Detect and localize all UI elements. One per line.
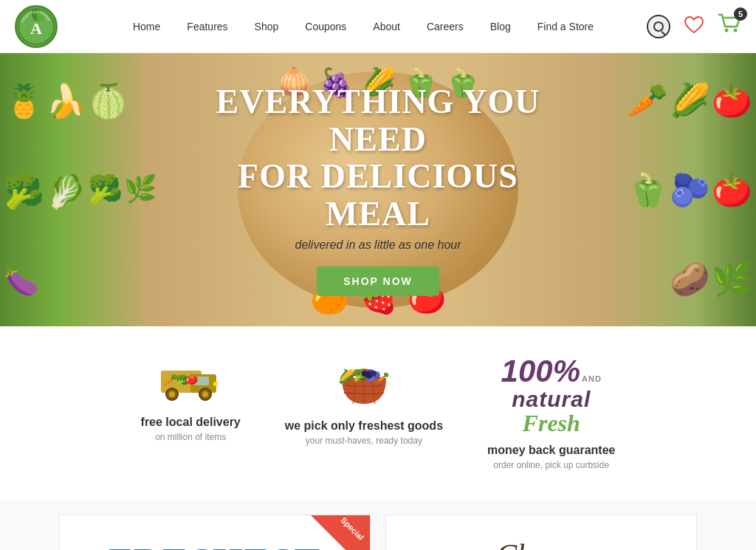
feature-fresh-title: we pick only freshest goods [285,419,443,433]
svg-text:🥕: 🥕 [377,371,390,384]
svg-point-6 [734,29,738,32]
feature-fresh: 🌽 🥦 🫐 🥕 we pick only freshest goods your… [285,356,443,446]
svg-point-12 [202,391,208,397]
wishlist-button[interactable] [684,16,704,38]
nav-home[interactable]: Home [120,17,173,36]
veg-red-cabbage: 🫐 [670,173,710,206]
feature-delivery: 🥕 🥦 🍅 free local delivery on million of … [141,356,241,442]
badge-natural: natural [512,387,591,411]
card-freshest: Special FRESHEST [59,515,371,550]
feature-guarantee: 100% AND natural Fresh money back guaran… [487,356,615,470]
nav-find-store[interactable]: Find a Store [524,17,607,36]
header-actions: 5 [647,13,741,39]
veg-banana: 🍌 [46,85,86,117]
veg-pineapple: 🍍 [4,85,44,117]
nav-features[interactable]: Features [173,17,241,36]
nav-about[interactable]: About [360,17,413,36]
svg-point-5 [725,29,729,32]
feature-guarantee-title: money back guarantee [487,444,615,457]
feature-fresh-subtitle: your must-haves, ready today [306,436,422,446]
veg-pepper2: 🫑 [628,173,668,206]
nav-shop[interactable]: Shop [241,17,292,36]
card-cheese: Cheese best in town [385,515,697,550]
svg-point-10 [169,391,175,397]
feature-guarantee-subtitle: order online, pick up curbside [493,460,609,470]
feature-delivery-title: free local delivery [141,416,241,429]
nav-coupons[interactable]: Coupons [292,17,360,36]
badge-100: 100% [501,356,580,387]
nav-careers[interactable]: Careers [413,17,477,36]
veg-potato: 🥔 [670,263,710,295]
shop-now-button[interactable]: SHOP NOW [317,267,439,296]
veg-cabbage: 🥬 [46,176,86,208]
features-section: 🥕 🥦 🍅 free local delivery on million of … [0,326,756,500]
cheese-title: Cheese [496,538,585,550]
svg-point-23 [371,371,377,377]
special-badge-label: Special [340,515,366,542]
veg-corn2: 🌽 [670,84,710,117]
logo[interactable]: A Smart Food Market [15,5,58,48]
veg-celery: 🌿 [124,176,157,208]
veg-tomato: 🍅 [712,173,752,206]
hero-subtitle: delivered in as little as one hour [189,238,567,252]
svg-text:🍅: 🍅 [185,373,199,385]
hero-banner: 🍍 🍌 🍈 🥦 🥬 🥦 🌿 🍆 🧅 🍇 🌽 🫑 🫑 🥕 🌽 🍅 🫑 🫐 🍅 🥔 … [0,53,756,326]
freshest-title: FRESHEST [109,540,321,551]
veg-eggplant: 🍆 [4,267,38,295]
veg-tomato-cluster: 🍅 [712,84,752,117]
natural-badge: 100% AND natural Fresh [501,356,602,435]
veg-cauliflower: 🥦 [4,176,44,208]
delivery-icon: 🥕 🥦 🍅 [157,356,224,407]
svg-point-14 [213,382,218,386]
veg-melon: 🍈 [88,85,128,117]
cards-section: Special FRESHEST Cheese best in town [0,500,756,550]
badge-and: AND [582,374,602,383]
basket-icon: 🌽 🥦 🫐 🥕 [331,356,397,410]
svg-point-24 [362,371,368,377]
nav-blog[interactable]: Blog [477,17,524,36]
badge-fresh: Fresh [523,411,580,435]
veg-herb: 🌿 [712,263,752,295]
search-icon [653,21,664,32]
cart-button[interactable]: 5 [718,13,741,39]
veg-broccoli: 🥦 [88,176,123,208]
cart-count: 5 [734,7,747,21]
hero-title: Everything you need for delicious meal [189,83,567,233]
hero-content: Everything you need for delicious meal d… [189,83,567,296]
feature-delivery-subtitle: on million of items [155,432,226,442]
svg-text:A: A [30,19,42,38]
search-button[interactable] [647,15,670,38]
header: A Smart Food Market Home Features Shop C… [0,0,756,53]
veg-carrot: 🥕 [628,84,668,117]
main-nav: Home Features Shop Coupons About Careers… [80,17,647,36]
